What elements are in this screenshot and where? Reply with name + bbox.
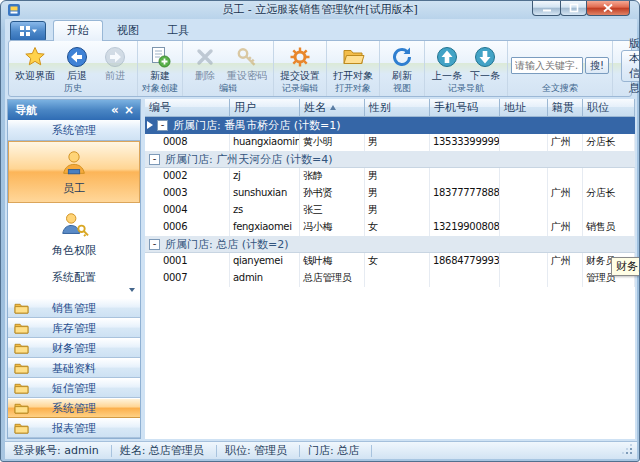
back-button[interactable]: 后退: [58, 44, 96, 82]
window-controls: [533, 1, 630, 16]
cell: [500, 219, 548, 236]
column-header-label: 姓名: [304, 100, 326, 115]
delete-button[interactable]: 删除: [186, 44, 224, 82]
resize-grip[interactable]: [622, 444, 632, 454]
group-row-label: 所属门店: 总店 (计数=2): [165, 237, 289, 252]
cell: 钱叶梅: [300, 253, 365, 270]
next-record-icon: [473, 45, 497, 69]
cell: 男: [365, 134, 430, 151]
column-header-label: 性别: [369, 100, 391, 115]
submit-settings-button[interactable]: 提交设置: [277, 44, 323, 82]
column-header-1[interactable]: 用户: [230, 99, 300, 117]
table-row[interactable]: 0002zj张静男: [145, 168, 635, 185]
table-row[interactable]: 0004zs张三男: [145, 202, 635, 219]
open-object-button[interactable]: 打开对象: [330, 44, 376, 82]
ribbon-group-search: 搜! 全文搜索: [508, 41, 613, 96]
prev-record-button[interactable]: 上一条: [428, 44, 466, 82]
cell: 0004: [145, 202, 230, 219]
sidebar-item-employee[interactable]: 员工: [8, 141, 140, 203]
sidebar-item-role-permission[interactable]: 角色权限: [8, 203, 140, 265]
maximize-button[interactable]: [560, 1, 587, 16]
tab-view[interactable]: 视图: [103, 20, 153, 41]
ribbon-group-history: 欢迎界面后退前进历史: [9, 41, 138, 96]
collapse-icon[interactable]: -: [157, 120, 168, 131]
group-row[interactable]: -所属门店: 广州天河分店 (计数=4): [145, 151, 635, 168]
column-header-7[interactable]: 职位: [583, 99, 635, 117]
sidebar-group-header[interactable]: 系统管理: [8, 120, 140, 141]
cell: [430, 168, 500, 185]
sort-asc-icon: [330, 105, 336, 110]
next-record-button[interactable]: 下一条: [466, 44, 504, 82]
ribbon-group-label: 对象创建: [138, 82, 182, 95]
sidebar-item-sms-mgmt[interactable]: 短信管理: [8, 378, 140, 398]
table-row[interactable]: 0006fengxiaomei冯小梅女13219900808广州销售员: [145, 219, 635, 236]
sidebar-item-sales-mgmt[interactable]: 销售管理: [8, 298, 140, 318]
title-bar[interactable]: 员工 - 立远服装销售管理软件[试用版本]: [1, 1, 639, 19]
refresh-button[interactable]: 刷新: [383, 44, 421, 82]
version-info-button[interactable]: 版本信息: [621, 50, 640, 82]
collapse-icon[interactable]: -: [149, 239, 160, 250]
close-pane-icon[interactable]: ×: [122, 103, 136, 117]
group-row[interactable]: -所属门店: 总店 (计数=2): [145, 236, 635, 253]
sidebar-item-finance-mgmt[interactable]: 财务管理: [8, 338, 140, 358]
folder-icon: [14, 402, 29, 414]
column-header-label: 职位: [587, 100, 609, 115]
column-header-3[interactable]: 性别: [365, 99, 430, 117]
application-menu-button[interactable]: [10, 21, 46, 42]
table-row[interactable]: 0008huangxiaoming黄小明男13533399999广州分店长: [145, 134, 635, 151]
cell: 18684779993: [430, 253, 500, 270]
reset-password-button[interactable]: 重设密码: [224, 44, 270, 82]
table-row[interactable]: 0001qianyemei钱叶梅女18684779993广州财务员: [145, 253, 635, 270]
ribbon: 欢迎界面后退前进历史新建对象创建删除重设密码编辑提交设置记录编辑打开对象打开对象…: [8, 40, 632, 97]
ribbon-group-open-object: 打开对象打开对象: [327, 41, 380, 96]
search-button[interactable]: 搜!: [585, 57, 609, 74]
cell: 张静: [300, 168, 365, 185]
search-input[interactable]: [511, 57, 583, 74]
status-item: 职位: 管理员: [217, 445, 300, 457]
cell: 广州: [548, 185, 583, 202]
ribbon-group-record-edit: 提交设置记录编辑: [274, 41, 327, 96]
table-row[interactable]: 0003sunshuxian孙书贤男18377777888广州分店长: [145, 185, 635, 202]
ribbon-group-label: 视图: [380, 82, 424, 95]
group-row[interactable]: -所属门店: 番禺市桥分店 (计数=1): [145, 117, 635, 134]
collapse-pane-icon[interactable]: «: [108, 103, 122, 117]
tab-tools[interactable]: 工具: [153, 20, 203, 41]
column-header-0[interactable]: 编号: [145, 99, 230, 117]
new-button[interactable]: 新建: [141, 44, 179, 82]
welcome-button[interactable]: 欢迎界面: [12, 44, 58, 82]
forward-button[interactable]: 前进: [96, 44, 134, 82]
sidebar-item-report-mgmt[interactable]: 报表管理: [8, 418, 140, 438]
table-row[interactable]: 0007admin总店管理员管理员: [145, 270, 635, 287]
column-header-2[interactable]: 姓名: [300, 99, 365, 117]
cell: 广州: [548, 253, 583, 270]
column-header-4[interactable]: 手机号码: [430, 99, 500, 117]
grid-header: 编号用户姓名性别手机号码地址籍贯职位: [145, 99, 635, 117]
sidebar-item-system-mgmt[interactable]: 系统管理: [8, 398, 140, 418]
cell: 0003: [145, 185, 230, 202]
ribbon-group-label: 记录导航: [425, 82, 507, 95]
button-label: 欢迎界面: [15, 70, 55, 81]
cell: [500, 253, 548, 270]
refresh-icon: [390, 45, 414, 69]
search-row: 搜!: [511, 57, 609, 74]
column-header-5[interactable]: 地址: [500, 99, 548, 117]
minimize-button[interactable]: [532, 1, 561, 16]
sidebar-item-basic-data[interactable]: 基础资料: [8, 358, 140, 378]
cell: sunshuxian: [230, 185, 300, 202]
ribbon-group-label: 全文搜索: [508, 82, 612, 95]
close-button[interactable]: [586, 1, 630, 16]
tooltip: 财务员: [611, 257, 640, 276]
cell: 男: [365, 168, 430, 185]
sidebar-item-inventory-mgmt[interactable]: 库存管理: [8, 318, 140, 338]
cell: [430, 202, 500, 219]
collapse-icon[interactable]: -: [149, 154, 160, 165]
cell: 0007: [145, 270, 230, 287]
cell: 总店管理员: [300, 270, 365, 287]
status-item: 登录账号: admin: [5, 445, 112, 457]
column-header-6[interactable]: 籍贯: [548, 99, 583, 117]
scroll-down-icon[interactable]: [126, 284, 137, 295]
sidebar-item-system-config[interactable]: 系统配置: [8, 265, 140, 289]
cell: 黄小明: [300, 134, 365, 151]
ribbon-group-label: 历史: [9, 82, 137, 95]
tab-start[interactable]: 开始: [53, 20, 103, 41]
